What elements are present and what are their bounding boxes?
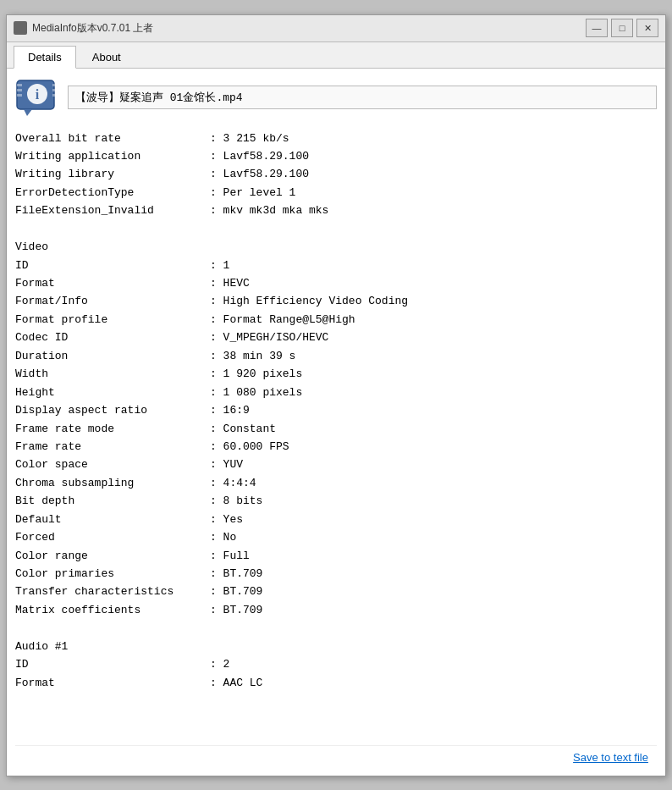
- info-row: Color range: Full: [15, 547, 653, 565]
- save-to-text-link[interactable]: Save to text file: [573, 751, 648, 764]
- info-value: : 3 215 kb/s: [210, 130, 289, 147]
- close-button[interactable]: ✕: [636, 19, 658, 37]
- info-label: FileExtension_Invalid: [15, 202, 210, 219]
- info-value: : AAC LC: [210, 674, 262, 692]
- info-label: Writing application: [15, 147, 210, 165]
- info-row: Frame rate: 60.000 FPS: [15, 438, 653, 456]
- info-value: : No: [210, 528, 236, 546]
- info-row: Width: 1 920 pixels: [15, 365, 653, 383]
- info-content: Overall bit rate: 3 215 kb/sWriting appl…: [15, 130, 653, 693]
- info-label: Duration: [15, 347, 210, 365]
- info-label: Format: [15, 674, 210, 692]
- title-controls: — □ ✕: [586, 19, 658, 37]
- info-label: Format/Info: [15, 292, 210, 310]
- info-value: : mkv mk3d mka mks: [210, 202, 328, 219]
- info-value: : Per level 1: [210, 184, 295, 202]
- section-header: Video: [15, 238, 210, 256]
- file-name: 【波导】疑案追声 01金馆长.mp4: [68, 86, 657, 109]
- info-row: [15, 220, 653, 238]
- info-value: : V_MPEGH/ISO/HEVC: [210, 329, 328, 346]
- info-label: Frame rate mode: [15, 420, 210, 438]
- main-area: Overall bit rate: 3 215 kb/sWriting appl…: [15, 130, 657, 745]
- info-row: Format/Info: High Efficiency Video Codin…: [15, 292, 653, 310]
- tab-about[interactable]: About: [78, 46, 135, 68]
- info-value: : BT.709: [210, 583, 262, 600]
- info-scroll[interactable]: Overall bit rate: 3 215 kb/sWriting appl…: [15, 130, 657, 745]
- maximize-button[interactable]: □: [611, 19, 633, 37]
- info-label: Matrix coefficients: [15, 601, 210, 619]
- file-icon: i: [15, 77, 59, 118]
- title-bar: MediaInfo版本v0.7.01 上者 — □ ✕: [7, 15, 665, 42]
- info-value: : Constant: [210, 420, 276, 438]
- title-bar-left: MediaInfo版本v0.7.01 上者: [14, 21, 153, 36]
- info-value: : Yes: [210, 511, 243, 528]
- svg-rect-5: [17, 89, 22, 91]
- info-row: Height: 1 080 pixels: [15, 384, 653, 401]
- info-row: ErrorDetectionType: Per level 1: [15, 184, 653, 202]
- info-row: ID: 2: [15, 655, 653, 673]
- info-value: : 8 bits: [210, 492, 262, 510]
- footer: Save to text file: [15, 745, 657, 767]
- content-area: i 【波导】疑案追声 01金馆长.mp4 Overall bit rate: 3…: [7, 69, 665, 776]
- info-row: Codec ID: V_MPEGH/ISO/HEVC: [15, 329, 653, 346]
- info-row: Matrix coefficients: BT.709: [15, 601, 653, 619]
- info-label: Color primaries: [15, 565, 210, 583]
- svg-rect-4: [17, 84, 22, 86]
- section-header: Audio #1: [15, 638, 210, 655]
- info-label: Width: [15, 365, 210, 383]
- info-label: Default: [15, 511, 210, 528]
- info-row: Frame rate mode: Constant: [15, 420, 653, 438]
- info-label: Format profile: [15, 311, 210, 329]
- info-label: ErrorDetectionType: [15, 184, 210, 202]
- info-row: Format: AAC LC: [15, 674, 653, 692]
- info-value: : 1 080 pixels: [210, 384, 302, 401]
- info-label: Bit depth: [15, 492, 210, 510]
- info-row: Bit depth: 8 bits: [15, 492, 653, 510]
- tab-details[interactable]: Details: [14, 46, 76, 69]
- svg-rect-9: [52, 94, 58, 97]
- info-value: : YUV: [210, 456, 243, 473]
- minimize-button[interactable]: —: [586, 19, 608, 37]
- main-window: MediaInfo版本v0.7.01 上者 — □ ✕ Details Abou…: [6, 14, 666, 776]
- tab-bar: Details About: [7, 42, 665, 69]
- info-value: : 38 min 39 s: [210, 347, 295, 365]
- info-row: Writing application: Lavf58.29.100: [15, 147, 653, 165]
- info-label: ID: [15, 655, 210, 673]
- info-row: Writing library: Lavf58.29.100: [15, 165, 653, 183]
- info-label: Codec ID: [15, 329, 210, 346]
- info-value: : Lavf58.29.100: [210, 147, 309, 165]
- info-value: : BT.709: [210, 601, 262, 619]
- info-value: : Format Range@L5@High: [210, 311, 355, 329]
- info-value: : 1: [210, 257, 229, 274]
- info-row: Forced: No: [15, 528, 653, 546]
- info-value: : 4:4:4: [210, 474, 256, 492]
- info-row: [15, 619, 653, 637]
- info-label: Height: [15, 384, 210, 401]
- info-label: Display aspect ratio: [15, 401, 210, 419]
- info-row: Display aspect ratio: 16:9: [15, 401, 653, 419]
- info-value: : Lavf58.29.100: [210, 165, 309, 183]
- svg-rect-6: [17, 94, 22, 97]
- info-value: : 2: [210, 655, 229, 673]
- info-value: : 1 920 pixels: [210, 365, 302, 383]
- svg-rect-8: [52, 89, 58, 91]
- info-row: Chroma subsampling: 4:4:4: [15, 474, 653, 492]
- info-row: FileExtension_Invalid: mkv mk3d mka mks: [15, 202, 653, 219]
- info-row: Default: Yes: [15, 511, 653, 528]
- info-row: Overall bit rate: 3 215 kb/s: [15, 130, 653, 147]
- info-label: ID: [15, 257, 210, 274]
- info-label: Format: [15, 274, 210, 292]
- info-label: Color range: [15, 547, 210, 565]
- info-value: : BT.709: [210, 565, 262, 583]
- info-value: : Full: [210, 547, 250, 565]
- info-row: Audio #1: [15, 638, 653, 655]
- info-row: Color space: YUV: [15, 456, 653, 473]
- file-header: i 【波导】疑案追声 01金馆长.mp4: [15, 77, 657, 118]
- info-label: Frame rate: [15, 438, 210, 456]
- info-value: : HEVC: [210, 274, 250, 292]
- info-label: Color space: [15, 456, 210, 473]
- info-value: : 16:9: [210, 401, 250, 419]
- info-row: ID: 1: [15, 257, 653, 274]
- app-icon: [14, 21, 27, 35]
- info-label: Transfer characteristics: [15, 583, 210, 600]
